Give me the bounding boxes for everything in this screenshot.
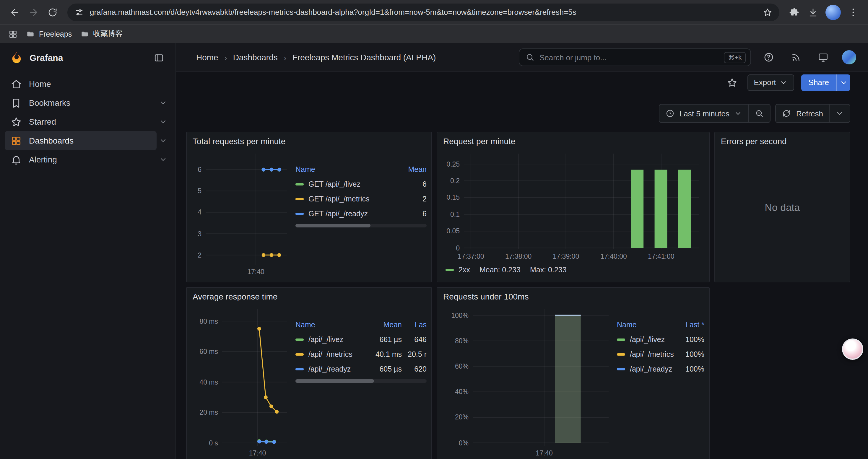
user-avatar[interactable] [842, 50, 856, 64]
legend-scrollbar[interactable] [296, 224, 427, 227]
bookmark-star-icon[interactable] [763, 7, 772, 17]
legend-value: 100% [678, 335, 704, 343]
tv-mode-button[interactable] [815, 49, 831, 66]
address-bar[interactable]: grafana.mathmast.com/d/deytv4rwavabkb/fr… [67, 3, 779, 21]
sidebar-item-label: Dashboards [29, 136, 73, 145]
sidebar-item-alerting[interactable]: Alerting [0, 150, 176, 169]
legend-series-row[interactable]: /api/_/livez100% [617, 332, 704, 347]
extensions-puzzle-icon [789, 7, 800, 18]
series-color-swatch [617, 338, 625, 340]
assistant-avatar-button[interactable] [842, 338, 863, 360]
breadcrumb-separator [224, 52, 227, 62]
series-color-swatch [617, 353, 625, 355]
series-label: /api/_/livez [308, 335, 343, 343]
sidebar-item-label: Starred [29, 117, 56, 126]
downloads-button[interactable] [804, 3, 822, 21]
legend-value: 40.1 ms [370, 350, 402, 358]
legend-series-row[interactable]: GET /api/_/readyz6 [296, 206, 427, 221]
forward-button[interactable] [25, 3, 42, 21]
scrollbar-thumb[interactable] [296, 224, 370, 227]
download-icon [808, 7, 818, 18]
chevron-down-icon [159, 136, 167, 145]
sidebar-item-label: Alerting [29, 155, 57, 164]
legend-scrollbar[interactable] [296, 379, 427, 383]
legend-series-row[interactable]: /api/_/readyz100% [617, 362, 704, 376]
grafana-brand: Grafana [30, 53, 145, 63]
legend-col[interactable]: Last * [678, 321, 704, 329]
legend: 2xxMean: 0.233Max: 0.233 [445, 266, 703, 274]
plot-area [191, 150, 292, 277]
search-box[interactable]: ⌘+k [519, 48, 751, 66]
folder-icon [26, 30, 35, 38]
reload-icon [47, 7, 58, 18]
legend-col-name[interactable]: Name [296, 321, 365, 329]
news-button[interactable] [788, 49, 804, 66]
legend-series-name: /api/_/livez [617, 335, 674, 343]
panel-title[interactable]: Request per minute [437, 132, 709, 150]
breadcrumb-home[interactable]: Home [196, 53, 218, 62]
export-button[interactable]: Export [747, 74, 794, 91]
chevron-down-icon [159, 118, 167, 126]
url-text: grafana.mathmast.com/d/deytv4rwavabkb/fr… [90, 8, 757, 17]
grafana-header: Home Dashboards Freeleaps Metrics Dashbo… [176, 43, 868, 72]
series-label: 2xx [459, 266, 470, 274]
series-color-swatch [296, 212, 304, 215]
legend-series-name: /api/_/readyz [296, 365, 365, 373]
chevron-down-icon [836, 109, 844, 118]
sidebar-item-home[interactable]: Home [0, 74, 176, 93]
help-button[interactable] [761, 49, 777, 66]
legend-value: 2 [403, 195, 427, 203]
dock-sidebar-button[interactable] [151, 49, 167, 66]
sidebar-item-starred[interactable]: Starred [0, 112, 176, 131]
share-button[interactable]: Share [802, 74, 836, 91]
breadcrumb-dashboards[interactable]: Dashboards [233, 53, 278, 62]
bookmark-folder-freeleaps[interactable]: Freeleaps [26, 30, 72, 38]
back-button[interactable] [6, 3, 24, 21]
data-point [262, 168, 266, 172]
scrollbar-thumb[interactable] [296, 379, 374, 383]
legend-col[interactable]: Mean [370, 321, 402, 329]
legend-series-row[interactable]: /api/_/readyz605 µs620 [296, 362, 427, 376]
panel-title[interactable]: Average response time [187, 288, 431, 305]
bookmark-folder-blogs[interactable]: 收藏博客 [80, 29, 123, 39]
extensions-button[interactable] [785, 3, 803, 21]
refresh-interval-button[interactable] [829, 104, 850, 122]
legend-value: 20.5 r [406, 350, 427, 358]
reload-button[interactable] [44, 3, 61, 21]
panel-title[interactable]: Errors per second [715, 132, 850, 150]
panel-requests-under-100ms: Requests under 100ms 17:40100%80%60%40%2… [437, 287, 710, 459]
favorite-dashboard-button[interactable] [723, 74, 740, 91]
apps-grid-icon[interactable] [8, 29, 18, 39]
search-input[interactable] [539, 53, 719, 62]
legend-header: NameLast * [617, 317, 704, 332]
legend-series-row[interactable]: /api/_/livez661 µs646 [296, 332, 427, 347]
panel-title[interactable]: Requests under 100ms [437, 288, 709, 305]
legend-series-row[interactable]: GET /api/_/metrics2 [296, 191, 427, 206]
browser-window: grafana.mathmast.com/d/deytv4rwavabkb/fr… [0, 0, 868, 459]
legend-col[interactable]: Mean [403, 165, 427, 173]
grafana-logo[interactable] [9, 51, 24, 65]
share-menu-button[interactable] [836, 74, 850, 91]
sidebar-item-dashboards[interactable]: Dashboards [0, 131, 176, 150]
legend-series-name: GET /api/_/metrics [296, 195, 398, 203]
legend-col-name[interactable]: Name [296, 165, 398, 173]
legend-mean-stat: Mean: 0.233 [479, 266, 521, 274]
legend-series-row[interactable]: /api/_/metrics100% [617, 347, 704, 362]
legend-col-name[interactable]: Name [617, 321, 674, 329]
grafana-sidebar: Grafana HomeBookmarksStarredDashboardsAl… [0, 43, 176, 459]
refresh-button[interactable]: Refresh [776, 104, 829, 122]
zoom-out-button[interactable] [748, 104, 770, 122]
time-range-picker[interactable]: Last 5 minutes [659, 104, 748, 122]
legend-col[interactable]: Las [406, 321, 427, 329]
browser-menu-button[interactable] [844, 3, 862, 21]
legend-max-stat: Max: 0.233 [530, 266, 567, 274]
panel-title[interactable]: Total requests per minute [187, 132, 431, 150]
legend-series-row[interactable]: GET /api/_/livez6 [296, 177, 427, 191]
legend-series-name[interactable]: 2xx [445, 266, 470, 274]
data-point [257, 440, 261, 444]
sidebar-item-bookmarks[interactable]: Bookmarks [0, 93, 176, 112]
star-icon [11, 116, 22, 127]
browser-profile-avatar[interactable] [826, 4, 841, 20]
chevron-down-icon [159, 99, 167, 107]
legend-series-row[interactable]: /api/_/metrics40.1 ms20.5 r [296, 347, 427, 362]
